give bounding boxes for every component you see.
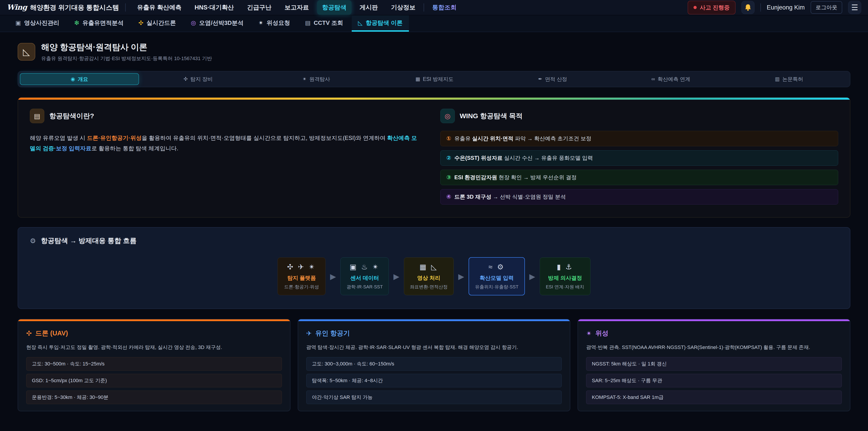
brand-wordmark: Wing <box>7 3 27 11</box>
flow-step-subtitle: ESI 연계·자원 배치 <box>546 284 584 290</box>
purpose-item-4: ④ 드론 3D 재구성 → 선박 식별·오염원 정밀 분석 <box>440 189 838 205</box>
tab-label: 논문특허 <box>782 76 803 83</box>
satellite-icon: ✴ <box>586 330 592 337</box>
flow-step-subtitle: 유출위치·유출량·SST <box>475 284 518 290</box>
subtab-oil-area-analysis[interactable]: ❇ 유출유면적분석 <box>68 16 130 32</box>
header-divider-2 <box>761 3 761 11</box>
tab-label: 개요 <box>78 76 88 83</box>
alert-dot-icon <box>693 6 697 9</box>
tab-label: 원격탐사 <box>309 76 330 83</box>
arrow-right-icon: ▶ <box>529 272 535 281</box>
flow-steps: ✣ ✈ ✴ 탐지 플랫폼 드론·항공기·위성 ▶ ▣ ♨ ✴ 센서 데이터 광학… <box>30 257 838 296</box>
nav-divider <box>424 3 424 11</box>
subtab-cctv[interactable]: ▤ CCTV 조회 <box>299 16 349 32</box>
logout-button[interactable]: 로그아웃 <box>811 1 842 14</box>
header-right: 사고 진행중 Eunjeong Kim 로그아웃 ☰ <box>688 1 861 14</box>
subtab-label: 실시간드론 <box>147 19 176 27</box>
sensor-icons: ▣ ♨ ✴ <box>346 263 383 271</box>
item-number: ④ <box>446 193 451 200</box>
flow-step-title: 방제 의사결정 <box>546 274 584 282</box>
tab-remote-sensing[interactable]: ✴ 원격탐사 <box>257 73 375 85</box>
text-segment: 을 활용하여 유출유의 위치·면적·오염형태를 실시간으로 탐지하고, 방제정보… <box>142 135 387 141</box>
cctv-icon: ▤ <box>305 20 311 26</box>
text-segment-orange: 드론·유인항공기·위성 <box>87 135 142 141</box>
nav-item-weather[interactable]: 기상정보 <box>386 0 421 15</box>
page-content: ◺ 해양 항공탐색·원격탐사 이론 유출유 원격탐지·항공감시 기법·ESI 방… <box>0 32 868 420</box>
subtab-label: 오염/선박3D분석 <box>199 19 243 27</box>
flow-title: 항공탐색 → 방제대응 통합 흐름 <box>41 236 136 245</box>
tab-papers-patents[interactable]: ▥ 논문특허 <box>730 73 848 85</box>
tab-diffusion-link[interactable]: ∞ 확산예측 연계 <box>612 73 730 85</box>
spec-row: KOMPSAT-5: X-band SAR 1m급 <box>586 391 842 404</box>
tab-detection-equipment[interactable]: ✣ 탐지 장비 <box>139 73 257 85</box>
platform-title: 드론 (UAV) <box>35 329 68 338</box>
spec-row: 탐색폭: 5~50km · 체공: 4~8시간 <box>306 374 562 388</box>
item-number: ③ <box>446 174 451 181</box>
spec-row: 고도: 30~500m · 속도: 15~25m/s <box>26 357 282 371</box>
page-title: 해양 항공탐색·원격탐사 이론 <box>41 41 212 53</box>
spec-row: GSD: 1~5cm/px (100m 고도 기준) <box>26 374 282 388</box>
purpose-section: ◎ WING 항공탐색 목적 ① 유출유 실시간 위치·면적 파악 → 확산예측… <box>440 109 838 205</box>
menu-button[interactable]: ☰ <box>848 1 861 14</box>
nav-item-aerial-search[interactable]: 항공탐색 <box>317 0 351 15</box>
app-logo[interactable]: Wing 해양환경 위기대응 통합시스템 <box>7 3 119 12</box>
main-nav: 유출유 확산예측 HNS·대기확산 긴급구난 보고자료 항공탐색 게시판 기상정… <box>132 0 462 15</box>
gradient-top-bar <box>18 98 850 100</box>
area-analysis-icon: ❇ <box>74 20 79 26</box>
nav-item-board[interactable]: 게시판 <box>355 0 383 15</box>
tab-label: 탐지 장비 <box>190 76 213 83</box>
airplane-icon: ✈ <box>306 330 312 337</box>
nav-item-hns[interactable]: HNS·대기확산 <box>190 0 239 15</box>
drone-icon: ✣ <box>184 76 188 82</box>
manned-aircraft-card: ✈ 유인 항공기 광역 탐색·장시간 체공. 광학·IR·SAR·SLAR·UV… <box>298 319 570 411</box>
tab-esi-map[interactable]: ▦ ESI 방제지도 <box>375 73 494 85</box>
arrow-right-icon: ▶ <box>393 272 399 281</box>
tab-label: 확산예측 연계 <box>657 76 690 83</box>
flow-step-response-decision: ▮ ⚓ 방제 의사결정 ESI 연계·자원 배치 <box>540 257 590 295</box>
nav-item-spill-prediction[interactable]: 유출유 확산예측 <box>132 0 186 15</box>
platform-desc: 현장 즉시 투입·저고도 정밀 촬영. 광학·적외선 카메라 탑재, 실시간 영… <box>26 343 282 351</box>
processing-icons: ▦ ◺ <box>410 263 448 271</box>
purpose-item-1: ① 유출유 실시간 위치·면적 파악 → 확산예측 초기조건 보정 <box>440 131 838 146</box>
subtab-satellite-request[interactable]: ✴ 위성요청 <box>252 16 296 32</box>
nav-item-rescue[interactable]: 긴급구난 <box>242 0 276 15</box>
subtab-label: 위성요청 <box>267 19 290 27</box>
page-subtitle: 유출유 원격탐지·항공감시 기법·ESI 방제정보지도·등록특허 10-1567… <box>41 55 212 62</box>
spec-row: 운용반경: 5~30km · 체공: 30~90분 <box>26 391 282 404</box>
subtab-aerial-search-theory[interactable]: ◺ 항공탐색 이론 <box>352 16 409 32</box>
bell-icon <box>745 4 751 11</box>
incident-status-label: 사고 진행중 <box>700 4 730 11</box>
text-segment: 해양 유류오염 발생 시 <box>30 135 87 141</box>
nav-item-integrated-search[interactable]: 통합조회 <box>427 0 462 15</box>
spec-row: SAR: 5~25m 해상도 · 구름 무관 <box>586 374 842 388</box>
hamburger-icon: ☰ <box>851 3 858 12</box>
subtab-realtime-drone[interactable]: ✣ 실시간드론 <box>132 16 182 32</box>
user-name: Eunjeong Kim <box>767 4 805 11</box>
purpose-list: ① 유출유 실시간 위치·면적 파악 → 확산예측 초기조건 보정 ② 수온(S… <box>440 131 838 205</box>
satellite-card: ✴ 위성 광역·반복 관측. SST(NOAA AVHRR·NGSST)·SAR… <box>578 319 850 411</box>
magnifier-icon: ◎ <box>191 20 196 26</box>
spec-row: NGSST: 5km 해상도 · 일 1회 갱신 <box>586 357 842 371</box>
camera-icon: ▣ <box>16 20 21 26</box>
purpose-item-3: ③ ESI 환경민감자원 현장 확인 → 방제 우선순위 결정 <box>440 170 838 185</box>
purpose-title: WING 항공탐색 목적 <box>460 112 523 121</box>
tab-overview[interactable]: ◉ 개요 <box>20 73 139 85</box>
item-number: ① <box>446 135 451 142</box>
subtab-label: CCTV 조회 <box>314 19 343 27</box>
subtab-pollution-ship-3d[interactable]: ◎ 오염/선박3D분석 <box>184 16 250 32</box>
model-icons: ≈ ⚙ <box>475 263 518 271</box>
flow-step-subtitle: 드론·항공기·위성 <box>284 284 319 290</box>
flow-step-title: 영상 처리 <box>410 274 448 282</box>
drone-icon: ✣ <box>138 20 143 26</box>
nav-item-reports[interactable]: 보고자료 <box>280 0 314 15</box>
satellite-icon: ✴ <box>303 76 307 82</box>
what-is-title: 항공탐색이란? <box>49 112 94 121</box>
flow-step-subtitle: 광학·IR·SAR·SST <box>346 284 383 290</box>
spec-row: 야간·악기상 SAR 탐지 가능 <box>306 391 562 404</box>
drone-card: ✣ 드론 (UAV) 현장 즉시 투입·저고도 정밀 촬영. 광학·적외선 카메… <box>18 319 290 411</box>
tab-area-calculation[interactable]: ✒ 면적 산정 <box>493 73 612 85</box>
subtab-image-photo-mgmt[interactable]: ▣ 영상사진관리 <box>9 16 66 32</box>
incident-status-badge[interactable]: 사고 진행중 <box>688 1 736 14</box>
subtab-label: 항공탐색 이론 <box>366 19 403 27</box>
notification-bell-button[interactable] <box>741 1 754 14</box>
